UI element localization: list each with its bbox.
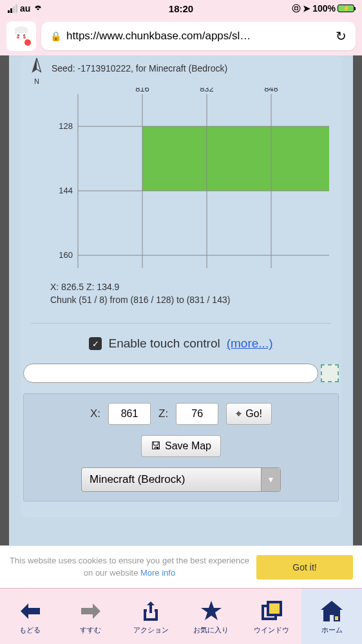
- touch-control-label: Enable touch control: [108, 337, 220, 351]
- window-icon: [262, 598, 282, 624]
- svg-rect-16: [335, 616, 338, 620]
- svg-rect-15: [268, 602, 281, 615]
- cookie-accept-button[interactable]: Got it!: [256, 555, 353, 580]
- touch-control-row: ✓ Enable touch control (more...): [28, 337, 334, 351]
- x-tick-832: 832: [200, 88, 214, 93]
- chevron-down-icon: ▼: [261, 468, 280, 491]
- svg-point-3: [24, 39, 31, 46]
- status-time: 18:20: [169, 3, 193, 14]
- nav-window-label: ウインドウ: [254, 625, 289, 635]
- browser-url-bar: 🔒 https://www.chunkbase.com/apps/sl… ↻: [0, 17, 362, 55]
- battery-percent: 100%: [312, 3, 336, 14]
- nav-back[interactable]: もどる: [0, 589, 61, 644]
- y-tick-128: 128: [59, 121, 73, 131]
- cookie-text: This website uses cookies to ensure you …: [9, 555, 250, 578]
- orientation-lock-icon: ㋺: [292, 3, 301, 14]
- go-button[interactable]: ⌖ Go!: [226, 403, 272, 425]
- browser-avatar[interactable]: [6, 21, 36, 51]
- zoom-handle[interactable]: [321, 364, 339, 382]
- z-input[interactable]: [176, 403, 218, 425]
- star-icon: [200, 598, 222, 624]
- location-icon: ➤: [303, 3, 310, 14]
- y-tick-160: 160: [59, 250, 73, 260]
- svg-rect-6: [271, 126, 329, 191]
- go-button-label: Go!: [245, 408, 262, 420]
- nav-forward-label: すすむ: [80, 625, 101, 635]
- nav-back-label: もどる: [19, 625, 41, 635]
- coord-line-chunk: Chunk (51 / 8) from (816 / 128) to (831 …: [50, 294, 334, 307]
- save-map-label: Save Map: [165, 440, 211, 452]
- zoom-slider[interactable]: [23, 364, 318, 383]
- rocket-icon: ⌖: [236, 408, 242, 420]
- save-map-button[interactable]: 🖫 Save Map: [141, 435, 221, 457]
- nav-window[interactable]: ウインドウ: [242, 589, 302, 644]
- reload-icon[interactable]: ↻: [336, 28, 347, 44]
- divider: [31, 323, 331, 324]
- touch-control-more-link[interactable]: (more...): [227, 337, 273, 351]
- chunk-map[interactable]: 816 832 848 128 144 160: [41, 88, 334, 277]
- cookie-banner: This website uses cookies to ensure you …: [0, 545, 362, 588]
- save-icon: 🖫: [151, 440, 161, 452]
- coord-line-xz: X: 826.5 Z: 134.9: [50, 281, 334, 294]
- seed-line: Seed: -1713910222, for Minecraft (Bedroc…: [52, 58, 227, 73]
- battery-icon: ⚡: [338, 5, 354, 12]
- status-bar: au 18:20 ㋺ ➤ 100% ⚡: [0, 0, 362, 17]
- compass-icon: N: [28, 58, 45, 85]
- url-field[interactable]: 🔒 https://www.chunkbase.com/apps/sl… ↻: [41, 22, 356, 50]
- nav-favorite[interactable]: お気に入り: [181, 589, 242, 644]
- version-select[interactable]: Minecraft (Bedrock) ▼: [81, 467, 281, 492]
- xz-input-row: X: Z: ⌖ Go!: [34, 403, 328, 425]
- y-tick-144: 144: [59, 186, 73, 195]
- signal-bars-icon: [8, 5, 17, 13]
- page-content: N Seed: -1713910222, for Minecraft (Bedr…: [0, 55, 362, 588]
- url-text: https://www.chunkbase.com/apps/sl…: [66, 30, 330, 43]
- nav-home[interactable]: ホーム: [301, 589, 362, 644]
- compass-label: N: [28, 77, 45, 85]
- zoom-range-row: [23, 364, 339, 383]
- coord-readout: X: 826.5 Z: 134.9 Chunk (51 / 8) from (8…: [50, 281, 334, 306]
- status-left: au: [8, 3, 43, 14]
- nav-action-label: アクション: [133, 625, 169, 635]
- status-right: ㋺ ➤ 100% ⚡: [292, 3, 354, 14]
- x-tick-848: 848: [264, 88, 278, 93]
- svg-point-1: [17, 36, 19, 39]
- x-label: X:: [90, 407, 100, 420]
- controls-panel: X: Z: ⌖ Go! 🖫 Save Map: [23, 393, 339, 502]
- nav-forward[interactable]: すすむ: [61, 589, 121, 644]
- nav-favorite-label: お気に入り: [193, 625, 229, 635]
- svg-point-2: [23, 36, 26, 39]
- bottom-nav: もどる すすむ アクション お気に入り ウインドウ ホーム: [0, 588, 362, 644]
- app-card: N Seed: -1713910222, for Minecraft (Bedr…: [21, 55, 341, 517]
- svg-rect-4: [142, 126, 207, 191]
- nav-home-label: ホーム: [321, 625, 343, 635]
- lock-icon: 🔒: [50, 31, 61, 41]
- z-label: Z:: [158, 407, 168, 420]
- home-icon: [321, 598, 343, 624]
- arrow-left-icon: [19, 598, 41, 624]
- nav-action[interactable]: アクション: [120, 589, 181, 644]
- x-input[interactable]: [108, 403, 151, 425]
- cookie-more-link[interactable]: More info: [140, 568, 175, 578]
- version-select-value: Minecraft (Bedrock): [90, 473, 185, 486]
- arrow-right-icon: [80, 598, 102, 624]
- wifi-icon: [33, 3, 43, 14]
- share-icon: [141, 598, 160, 624]
- x-tick-816: 816: [135, 88, 149, 93]
- touch-control-checkbox[interactable]: ✓: [89, 337, 102, 350]
- svg-rect-5: [207, 126, 271, 191]
- carrier-label: au: [20, 3, 30, 14]
